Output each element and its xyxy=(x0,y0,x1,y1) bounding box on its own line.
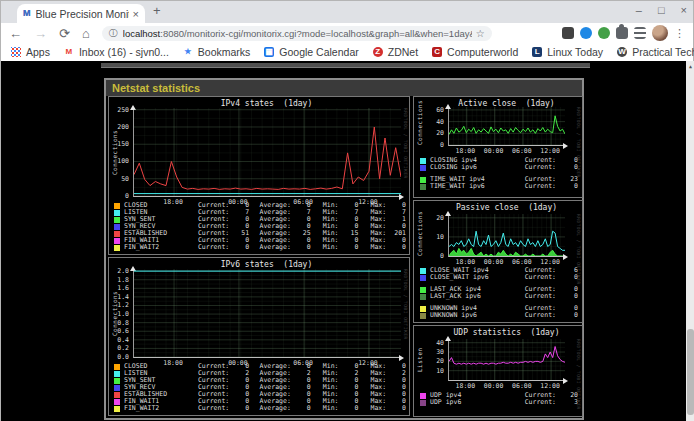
x-tick-label: 06:00 xyxy=(290,360,316,367)
x-tick-label: 18:00 xyxy=(452,148,478,155)
reload-icon[interactable]: ⟳ xyxy=(59,27,70,40)
legend-color-swatch xyxy=(114,203,120,209)
rrdtool-watermark: RRDTOOL / TOBI OETIKER xyxy=(403,108,408,196)
google-calendar-icon: ▦ xyxy=(264,47,274,57)
bookmark-item-practical-technology[interactable]: W Practical Technol... xyxy=(617,46,694,58)
apps-shortcut[interactable]: Apps xyxy=(11,46,50,58)
legend-stat-value: 0 xyxy=(291,405,311,412)
browser-toolbar: ← → ⟳ ⌂ ⓘ localhost:8080/monitorix-cgi/m… xyxy=(1,23,693,43)
home-icon[interactable]: ⌂ xyxy=(82,27,90,40)
bookmark-item-computerworld[interactable]: C Computerworld xyxy=(432,46,518,58)
y-tick-label: 1.2 xyxy=(109,302,129,309)
plot-area[interactable] xyxy=(133,108,401,197)
browser-menu-icon[interactable]: ⋮ xyxy=(674,27,685,40)
y-tick-label: 100 xyxy=(109,158,129,165)
bookmark-item-google-calendar[interactable]: ▦ Google Calendar xyxy=(264,46,358,58)
chart-panel-passive-close: Passive close (1day) Connections CLOSE_W… xyxy=(413,200,583,323)
plot-area[interactable] xyxy=(448,107,565,146)
legend-color-swatch xyxy=(114,378,120,384)
bookmark-label: Linux Today xyxy=(547,46,603,58)
extension-icon[interactable] xyxy=(598,27,610,39)
legend-series-name: UDP ipv6 xyxy=(430,399,514,406)
bookmark-item-bookmarks[interactable]: ★ Bookmarks xyxy=(183,46,251,58)
y-tick-label: 0 xyxy=(414,142,444,149)
legend-stat-label: Current: xyxy=(514,164,556,171)
legend-stat-value: 0 xyxy=(556,274,578,281)
browser-tab[interactable]: M Blue Precision Monitorix × xyxy=(17,4,145,23)
legend-stat-label: Current: xyxy=(514,399,556,406)
legend-color-swatch xyxy=(420,184,426,190)
y-tick-label: 20 xyxy=(414,358,444,365)
legend-color-swatch xyxy=(420,165,426,171)
legend-color-swatch xyxy=(420,177,426,183)
plot-area[interactable] xyxy=(448,339,565,381)
legend-row: FIN_WAIT2Current:0Average:0Min:0Max:0 xyxy=(114,244,406,251)
page-scrollbar[interactable]: ▲ xyxy=(686,61,694,421)
extensions-puzzle-icon[interactable] xyxy=(616,27,628,39)
legend-color-swatch xyxy=(114,406,120,412)
chart-title: UDP statistics (1day) xyxy=(444,328,569,337)
extensions-area: ⋮ xyxy=(562,25,685,41)
browser-window: M Blue Precision Monitorix × + – □ × ← →… xyxy=(0,0,694,421)
scrollbar-up-arrow[interactable]: ▲ xyxy=(686,63,694,69)
y-tick-label: 40 xyxy=(414,340,444,347)
apps-grid-icon xyxy=(11,47,21,57)
bookmark-star-icon[interactable]: ☆ xyxy=(476,28,485,39)
x-tick-label: 06:00 xyxy=(509,259,535,266)
computerworld-icon: C xyxy=(432,47,442,57)
y-tick-label: 20 xyxy=(414,215,444,222)
y-tick-label: 40 xyxy=(414,119,444,126)
scrollbar-thumb[interactable] xyxy=(687,329,694,415)
address-bar[interactable]: ⓘ localhost:8080/monitorix-cgi/monitorix… xyxy=(102,26,492,41)
window-controls: – □ × xyxy=(636,1,687,19)
y-tick-label: 0 xyxy=(414,253,444,260)
tab-close-icon[interactable]: × xyxy=(133,8,139,20)
x-tick-label: 18:00 xyxy=(160,199,186,206)
legend-stat-value: 0 xyxy=(556,183,578,190)
legend-color-swatch xyxy=(114,371,120,377)
x-tick-label: 00:00 xyxy=(481,259,507,266)
x-tick-label: 12:00 xyxy=(537,259,563,266)
forward-icon[interactable]: → xyxy=(34,27,47,40)
bookmark-label: Inbox (16) - sjvn0... xyxy=(79,46,169,58)
bookmark-item-linux-today[interactable]: L Linux Today xyxy=(532,46,603,58)
site-info-icon[interactable]: ⓘ xyxy=(109,27,118,40)
bookmark-item-inbox[interactable]: M Inbox (16) - sjvn0... xyxy=(64,46,169,58)
y-tick-label: 1.8 xyxy=(109,277,129,284)
close-button[interactable]: × xyxy=(681,5,687,16)
x-tick-label: 18:00 xyxy=(452,383,478,390)
gmail-icon: M xyxy=(64,47,74,57)
y-tick-label: 1.6 xyxy=(109,285,129,292)
legend-stat-value: 0 xyxy=(338,244,358,251)
bookmark-item-zdnet[interactable]: Z ZDNet xyxy=(373,46,418,58)
maximize-button[interactable]: □ xyxy=(658,5,665,16)
url-path: :8080/monitorix-cgi/monitorix.cgi?mode=l… xyxy=(160,28,472,39)
chart-title: Passive close (1day) xyxy=(444,203,569,212)
plot-area[interactable] xyxy=(448,214,565,257)
legend-color-swatch xyxy=(114,210,120,216)
extension-icon[interactable] xyxy=(562,27,574,39)
plot-area[interactable] xyxy=(133,269,401,358)
wordpress-icon: W xyxy=(617,47,627,57)
legend-color-swatch xyxy=(420,393,426,399)
x-tick-label: 00:00 xyxy=(481,148,507,155)
legend-stat-value: 0 xyxy=(291,244,311,251)
back-icon[interactable]: ← xyxy=(9,27,22,40)
minimize-button[interactable]: – xyxy=(636,5,642,16)
legend-color-swatch xyxy=(420,400,426,406)
legend-stat-value: 0 xyxy=(229,244,249,251)
x-tick-label: 18:00 xyxy=(452,259,478,266)
legend-series-name: TIME_WAIT ipv6 xyxy=(430,183,514,190)
extension-tune-icon[interactable] xyxy=(634,27,646,39)
y-tick-label: 1.4 xyxy=(109,294,129,301)
legend-stat-value: 0 xyxy=(386,405,406,412)
legend-color-swatch xyxy=(114,245,120,251)
previous-section-border xyxy=(101,63,590,68)
y-tick-label: 2.0 xyxy=(109,268,129,275)
legend-color-swatch xyxy=(114,392,120,398)
new-tab-button[interactable]: + xyxy=(153,3,161,18)
extension-icon[interactable] xyxy=(580,27,592,39)
profile-avatar[interactable] xyxy=(652,25,668,41)
y-tick-label: 250 xyxy=(109,107,129,114)
chart-canvas xyxy=(449,107,565,145)
